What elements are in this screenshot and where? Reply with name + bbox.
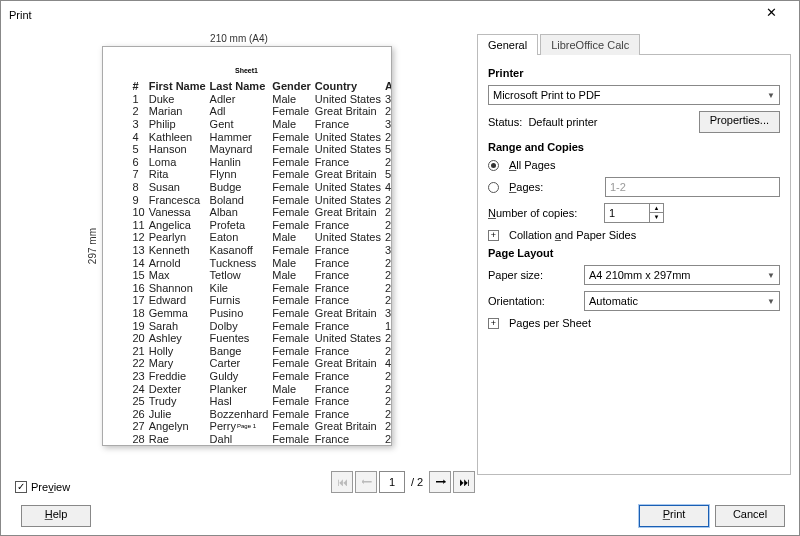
properties-button[interactable]: Properties... xyxy=(699,111,780,133)
orientation-value: Automatic xyxy=(589,295,638,307)
collation-label: Collation and Paper Sides xyxy=(509,229,636,241)
chevron-down-icon: ▼ xyxy=(767,91,775,100)
window-title: Print xyxy=(9,9,751,21)
dim-width-label: 210 mm (A4) xyxy=(210,33,268,44)
copies-value: 1 xyxy=(605,207,649,219)
paper-size-select[interactable]: A4 210mm x 297mm ▼ xyxy=(584,265,780,285)
close-icon[interactable]: ✕ xyxy=(751,5,791,25)
help-button[interactable]: Help xyxy=(21,505,91,527)
preview-checkbox-label: Preview xyxy=(31,481,70,493)
nav-prev-button[interactable]: 🠔 xyxy=(355,471,377,493)
nav-last-button[interactable]: ⏭ xyxy=(453,471,475,493)
orientation-label: Orientation: xyxy=(488,295,578,307)
spin-up-icon[interactable]: ▲ xyxy=(650,204,663,213)
print-button[interactable]: Print xyxy=(639,505,709,527)
paper-size-label: Paper size: xyxy=(488,269,578,281)
preview-table: #First NameLast NameGenderCountryAgeDate… xyxy=(131,80,392,446)
status-value: Default printer xyxy=(528,116,597,128)
copies-spinner[interactable]: 1 ▲▼ xyxy=(604,203,664,223)
radio-all-pages[interactable] xyxy=(488,160,499,171)
print-preview-page: Sheet1 #First NameLast NameGenderCountry… xyxy=(102,46,392,446)
preview-checkbox[interactable]: ✓ xyxy=(15,481,27,493)
printer-select-value: Microsoft Print to PDF xyxy=(493,89,601,101)
nav-first-button[interactable]: ⏮ xyxy=(331,471,353,493)
paper-size-value: A4 210mm x 297mm xyxy=(589,269,690,281)
cancel-button[interactable]: Cancel xyxy=(715,505,785,527)
chevron-down-icon: ▼ xyxy=(767,271,775,280)
preview-footer: Page 1 xyxy=(103,423,391,429)
range-heading: Range and Copies xyxy=(488,141,780,153)
pps-label: Pages per Sheet xyxy=(509,317,591,329)
printer-select[interactable]: Microsoft Print to PDF ▼ xyxy=(488,85,780,105)
orientation-select[interactable]: Automatic ▼ xyxy=(584,291,780,311)
chevron-down-icon: ▼ xyxy=(767,297,775,306)
status-label: Status: xyxy=(488,116,522,128)
spin-down-icon[interactable]: ▼ xyxy=(650,213,663,222)
expand-pps[interactable]: + xyxy=(488,318,499,329)
copies-label: Number of copies: xyxy=(488,207,598,219)
printer-heading: Printer xyxy=(488,67,780,79)
nav-page-input[interactable]: 1 xyxy=(379,471,405,493)
pages-input[interactable]: 1-2 xyxy=(605,177,780,197)
layout-heading: Page Layout xyxy=(488,247,780,259)
all-pages-label: All Pages xyxy=(509,159,555,171)
nav-page-total: / 2 xyxy=(411,476,423,488)
pages-label: Pages: xyxy=(509,181,599,193)
preview-sheet-title: Sheet1 xyxy=(131,67,363,74)
dim-height-label: 297 mm xyxy=(87,228,98,264)
expand-collation[interactable]: + xyxy=(488,230,499,241)
nav-next-button[interactable]: 🠖 xyxy=(429,471,451,493)
radio-pages[interactable] xyxy=(488,182,499,193)
tab-general[interactable]: General xyxy=(477,34,538,55)
tab-libreoffice-calc[interactable]: LibreOffice Calc xyxy=(540,34,640,55)
